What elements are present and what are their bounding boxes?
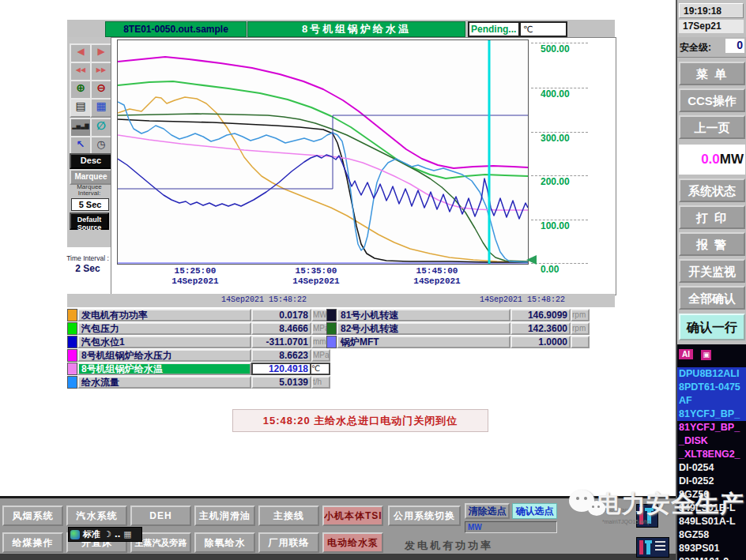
list-item[interactable]: _XLT8ENG2_ [677,448,746,461]
menu-deaerator[interactable]: 除氧给水 [194,532,255,553]
sample-name-box[interactable]: 8TE01-0050.out.sample [105,21,247,37]
ime-mode-label[interactable]: 标准 [83,528,100,540]
pen-name: 81号小机转速 [337,309,511,321]
list-header: AI ▣ [679,346,746,357]
pen-unit: rpm [571,322,590,335]
power-value: 0.0 [701,152,720,167]
trend-plot[interactable] [117,39,529,265]
previous-page-button[interactable]: 上一页 [679,115,745,139]
ime-punct-icon[interactable]: ‥ [115,529,120,539]
list-item[interactable]: DI-0252 [677,475,746,488]
trend-line [118,155,528,219]
ccs-operate-button[interactable]: CCS操作 [679,88,745,112]
list-item[interactable]: DI-0254 [677,461,746,475]
desc-button[interactable]: Desc [70,153,112,169]
status-pending: Pending... [468,21,520,37]
confirm-all-button[interactable]: 全部确认 [679,286,745,310]
list-item[interactable]: AF [677,394,746,408]
marquee-interval-value[interactable]: 5 Sec [71,198,109,211]
zoom-out-icon[interactable]: ⊖ [90,80,112,100]
range-start-time: 14Sep2021 15:48:22 [221,295,307,304]
pen-value: 1.0000 [511,336,571,348]
pen-row[interactable]: 给水流量 5.0139 t/h [67,376,330,389]
pen-color-swatch [326,309,337,321]
pen-unit: MPa [311,349,330,362]
forward-icon[interactable]: ▶ [90,43,112,63]
ime-globe-icon[interactable] [70,530,80,539]
menu-fan-flue[interactable]: 风烟系统 [2,506,63,526]
x-tick: 15:35:0014Sep2021 [278,266,354,287]
menu-common-system[interactable]: 公用系统切换 [388,506,461,526]
list-item[interactable]: DPU8B12ALI [677,367,746,381]
pen-row[interactable]: 汽包水位1 -311.0701 mm [67,336,330,348]
menu-button[interactable]: 菜 单 [679,62,745,85]
pen-unit: t/h [311,376,330,389]
pen-name: 汽包压力 [77,322,251,335]
chart-footer-strip: 14Sep2021 15:48:22 14Sep2021 15:48:22 [67,294,615,307]
pen-value: 5.0139 [251,376,311,389]
zoom-in-icon[interactable]: ⊕ [70,80,92,100]
switch-monitor-button[interactable]: 开关监视 [679,259,745,283]
pen-row-selected[interactable]: 8号机组锅炉给水温 120.4918 ℃ [67,363,330,375]
alarm-button[interactable]: 报 警 [679,232,745,256]
pen-name: 发电机有功功率 [77,309,251,321]
ime-toolbar[interactable]: 标准 ☽ ‥ ▦ [68,527,142,542]
menu-plant-link[interactable]: 厂用联络 [258,532,319,553]
list-item[interactable]: 893PS01 [677,542,746,555]
ime-moon-icon[interactable]: ☽ [104,529,111,539]
pen-name: 8号机组锅炉给水压力 [77,349,251,362]
confirm-line-button[interactable]: 确认一行 [679,314,745,340]
trend-title-box[interactable]: 8号机组锅炉给水温 [247,21,465,37]
pen-name: 82号小机转速 [337,322,511,335]
pen-value: 0.0178 [251,309,311,321]
axis-marker-icon[interactable] [526,255,537,265]
back-icon[interactable]: ◀ [70,43,92,63]
fast-forward-icon[interactable]: ▶▶ [90,62,112,81]
list-item[interactable]: _DISK [677,434,746,448]
pen-row[interactable]: 汽包压力 8.4666 MPa [67,322,330,335]
pen-row[interactable]: 81号小机转速 146.9099 rpm [326,309,590,321]
pen-color-swatch [67,322,77,335]
menu-deh[interactable]: DEH [130,506,191,526]
sidebar: 19:19:18 17Sep21 安全级: 0 菜 单 CCS操作 上一页 0.… [676,0,746,560]
y-tick: 0.00 [531,263,590,275]
marquee-button[interactable]: Marquee [70,169,112,185]
menu-lube-oil[interactable]: 主机润滑油 [194,506,255,526]
confirm-point-button[interactable]: 确认选点 [512,503,557,519]
unit-box[interactable]: ℃ [519,21,567,37]
menu-coal-feed[interactable]: 给煤操作 [2,532,63,553]
default-source-button[interactable]: Default Source [70,212,109,230]
print-button[interactable]: 打 印 [679,205,745,229]
pen-unit [571,336,590,348]
time-interval-label: Time Interval : [62,254,114,262]
menu-electric-pump[interactable]: 电动给水泵 [322,532,383,553]
ai-badge: AI [679,349,693,359]
menu-steam-water[interactable]: 汽水系统 [66,506,127,526]
list-item[interactable]: 8PDT61-0475 [677,381,746,394]
ime-keyboard-icon[interactable]: ▦ [123,529,131,539]
block-icon[interactable]: ∅ [90,118,112,137]
pen-row[interactable]: 82号小机转速 142.3600 rpm [326,322,590,335]
list-item[interactable]: 81YCFJ_BP_ [677,421,746,434]
pen-row[interactable]: 发电机有功功率 0.0178 MW [67,309,330,321]
menu-main-wiring[interactable]: 主接线 [258,506,319,526]
power-unit: MW [720,152,745,167]
table-view-icon[interactable]: ▦ [90,98,112,118]
pen-value: 120.4918 [251,363,311,375]
window-view-icon[interactable]: ▤ [70,98,92,118]
pen-row[interactable]: 8号机组锅炉给水压力 8.6623 MPa [67,349,330,362]
rewind-icon[interactable]: ◀◀ [70,62,92,81]
list-item[interactable]: 822M101-9 [677,555,746,560]
pen-value: 146.9099 [511,309,571,321]
list-item[interactable]: 8GZ58 [677,528,746,542]
trend-view-icon[interactable]: ▂▅▃▇ [70,118,92,137]
tool-icon-2[interactable] [636,537,669,558]
clear-point-button[interactable]: 清除选点 [465,503,510,519]
pen-row[interactable]: 锅炉MFT 1.0000 [326,336,590,348]
point-input[interactable]: MW [465,521,557,533]
system-status-button[interactable]: 系统状态 [679,179,745,202]
y-tick: 100.00 [531,220,590,231]
pen-value: -311.0701 [251,336,311,348]
list-item[interactable]: 81YCFJ_BP_ [677,408,746,421]
menu-tsi[interactable]: 小机本体TSI [322,506,383,526]
